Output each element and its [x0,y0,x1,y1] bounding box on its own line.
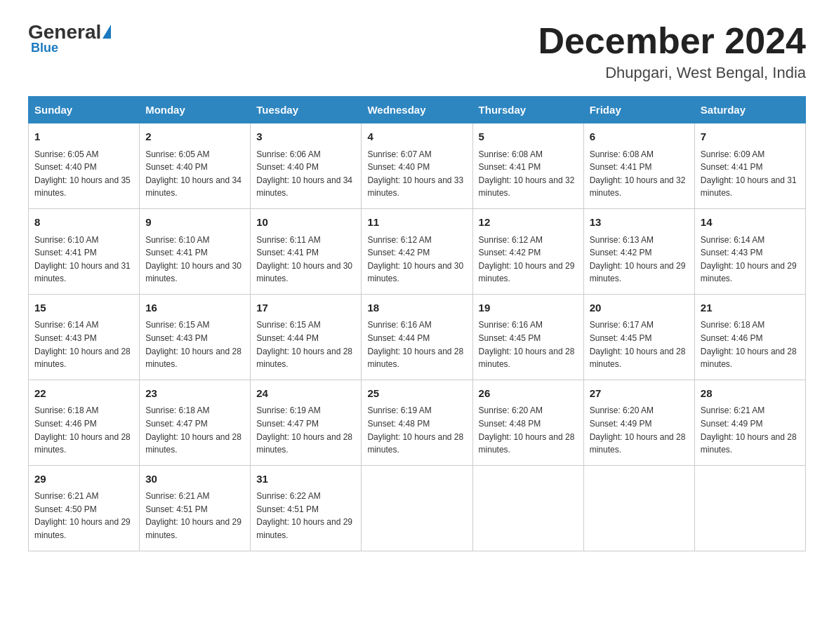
day-number: 16 [145,300,244,316]
day-number: 28 [701,386,800,402]
calendar-cell: 5Sunrise: 6:08 AMSunset: 4:41 PMDaylight… [472,123,583,209]
day-info: Sunrise: 6:17 AMSunset: 4:45 PMDaylight:… [590,318,689,370]
header-day-sunday: Sunday [29,97,140,123]
calendar-cell: 7Sunrise: 6:09 AMSunset: 4:41 PMDaylight… [694,123,805,209]
day-info: Sunrise: 6:19 AMSunset: 4:47 PMDaylight:… [256,404,355,456]
day-info: Sunrise: 6:09 AMSunset: 4:41 PMDaylight:… [701,148,800,200]
day-info: Sunrise: 6:14 AMSunset: 4:43 PMDaylight:… [701,234,800,286]
day-number: 2 [145,129,244,145]
day-number: 17 [256,300,355,316]
calendar-cell: 13Sunrise: 6:13 AMSunset: 4:42 PMDayligh… [583,209,694,295]
day-info: Sunrise: 6:21 AMSunset: 4:49 PMDaylight:… [701,404,800,456]
day-number: 11 [367,215,466,231]
calendar-table: SundayMondayTuesdayWednesdayThursdayFrid… [28,96,806,551]
day-number: 30 [145,471,244,488]
day-info: Sunrise: 6:21 AMSunset: 4:50 PMDaylight:… [34,490,133,542]
day-number: 6 [590,129,689,145]
day-number: 31 [256,471,355,488]
calendar-subtitle: Dhupgari, West Bengal, India [538,64,806,82]
calendar-title: December 2024 [538,21,806,61]
title-section: December 2024 Dhupgari, West Bengal, Ind… [538,21,806,82]
day-info: Sunrise: 6:13 AMSunset: 4:42 PMDaylight:… [590,234,689,286]
day-number: 23 [145,386,244,402]
week-row-3: 15Sunrise: 6:14 AMSunset: 4:43 PMDayligh… [29,294,806,380]
day-number: 22 [34,386,133,402]
logo: General Blue [28,21,111,55]
day-number: 3 [256,129,355,145]
calendar-cell: 20Sunrise: 6:17 AMSunset: 4:45 PMDayligh… [583,294,694,380]
day-number: 10 [256,215,355,231]
day-info: Sunrise: 6:14 AMSunset: 4:43 PMDaylight:… [34,318,133,370]
day-number: 29 [34,471,133,488]
calendar-cell: 12Sunrise: 6:12 AMSunset: 4:42 PMDayligh… [472,209,583,295]
logo-blue: Blue [31,41,58,55]
week-row-4: 22Sunrise: 6:18 AMSunset: 4:46 PMDayligh… [29,380,806,465]
calendar-cell: 14Sunrise: 6:14 AMSunset: 4:43 PMDayligh… [694,209,805,295]
calendar-cell [694,465,805,551]
day-info: Sunrise: 6:18 AMSunset: 4:46 PMDaylight:… [34,404,133,456]
day-number: 8 [34,215,133,231]
day-info: Sunrise: 6:12 AMSunset: 4:42 PMDaylight:… [367,234,466,286]
calendar-cell: 27Sunrise: 6:20 AMSunset: 4:49 PMDayligh… [583,380,694,465]
header-day-wednesday: Wednesday [362,97,472,123]
calendar-cell: 9Sunrise: 6:10 AMSunset: 4:41 PMDaylight… [140,209,251,295]
day-number: 25 [367,386,466,402]
week-row-5: 29Sunrise: 6:21 AMSunset: 4:50 PMDayligh… [29,465,806,551]
calendar-cell: 29Sunrise: 6:21 AMSunset: 4:50 PMDayligh… [29,465,140,551]
calendar-cell: 21Sunrise: 6:18 AMSunset: 4:46 PMDayligh… [694,294,805,380]
day-info: Sunrise: 6:10 AMSunset: 4:41 PMDaylight:… [34,234,133,286]
calendar-cell: 18Sunrise: 6:16 AMSunset: 4:44 PMDayligh… [362,294,472,380]
day-info: Sunrise: 6:20 AMSunset: 4:49 PMDaylight:… [590,404,689,456]
day-info: Sunrise: 6:19 AMSunset: 4:48 PMDaylight:… [367,404,466,456]
day-number: 13 [590,215,689,231]
calendar-cell: 16Sunrise: 6:15 AMSunset: 4:43 PMDayligh… [140,294,251,380]
calendar-cell [362,465,472,551]
day-number: 19 [479,300,578,316]
logo-triangle-icon [102,25,111,39]
day-number: 7 [701,129,800,145]
day-number: 18 [367,300,466,316]
header-day-monday: Monday [140,97,251,123]
day-number: 4 [367,129,466,145]
day-info: Sunrise: 6:16 AMSunset: 4:44 PMDaylight:… [367,318,466,370]
header-day-saturday: Saturday [694,97,805,123]
day-info: Sunrise: 6:20 AMSunset: 4:48 PMDaylight:… [479,404,578,456]
calendar-cell: 26Sunrise: 6:20 AMSunset: 4:48 PMDayligh… [472,380,583,465]
day-number: 27 [590,386,689,402]
day-info: Sunrise: 6:21 AMSunset: 4:51 PMDaylight:… [145,490,244,542]
day-number: 9 [145,215,244,231]
calendar-cell: 23Sunrise: 6:18 AMSunset: 4:47 PMDayligh… [140,380,251,465]
day-info: Sunrise: 6:08 AMSunset: 4:41 PMDaylight:… [479,148,578,200]
calendar-cell: 6Sunrise: 6:08 AMSunset: 4:41 PMDaylight… [583,123,694,209]
calendar-cell: 11Sunrise: 6:12 AMSunset: 4:42 PMDayligh… [362,209,472,295]
day-info: Sunrise: 6:08 AMSunset: 4:41 PMDaylight:… [590,148,689,200]
calendar-cell: 4Sunrise: 6:07 AMSunset: 4:40 PMDaylight… [362,123,472,209]
calendar-cell: 25Sunrise: 6:19 AMSunset: 4:48 PMDayligh… [362,380,472,465]
calendar-cell: 3Sunrise: 6:06 AMSunset: 4:40 PMDaylight… [251,123,362,209]
day-info: Sunrise: 6:18 AMSunset: 4:46 PMDaylight:… [701,318,800,370]
calendar-cell: 10Sunrise: 6:11 AMSunset: 4:41 PMDayligh… [251,209,362,295]
calendar-cell [583,465,694,551]
day-number: 12 [479,215,578,231]
day-info: Sunrise: 6:22 AMSunset: 4:51 PMDaylight:… [256,490,355,542]
day-number: 26 [479,386,578,402]
day-number: 15 [34,300,133,316]
day-number: 21 [701,300,800,316]
calendar-cell: 15Sunrise: 6:14 AMSunset: 4:43 PMDayligh… [29,294,140,380]
day-number: 1 [34,129,133,145]
day-info: Sunrise: 6:11 AMSunset: 4:41 PMDaylight:… [256,234,355,286]
header-row: SundayMondayTuesdayWednesdayThursdayFrid… [29,97,806,123]
calendar-cell: 22Sunrise: 6:18 AMSunset: 4:46 PMDayligh… [29,380,140,465]
calendar-cell: 2Sunrise: 6:05 AMSunset: 4:40 PMDaylight… [140,123,251,209]
calendar-cell: 24Sunrise: 6:19 AMSunset: 4:47 PMDayligh… [251,380,362,465]
week-row-1: 1Sunrise: 6:05 AMSunset: 4:40 PMDaylight… [29,123,806,209]
day-info: Sunrise: 6:16 AMSunset: 4:45 PMDaylight:… [479,318,578,370]
day-info: Sunrise: 6:05 AMSunset: 4:40 PMDaylight:… [34,148,133,200]
day-info: Sunrise: 6:07 AMSunset: 4:40 PMDaylight:… [367,148,466,200]
calendar-cell: 30Sunrise: 6:21 AMSunset: 4:51 PMDayligh… [140,465,251,551]
day-number: 14 [701,215,800,231]
header-day-tuesday: Tuesday [251,97,362,123]
day-info: Sunrise: 6:05 AMSunset: 4:40 PMDaylight:… [145,148,244,200]
day-info: Sunrise: 6:10 AMSunset: 4:41 PMDaylight:… [145,234,244,286]
calendar-cell: 19Sunrise: 6:16 AMSunset: 4:45 PMDayligh… [472,294,583,380]
